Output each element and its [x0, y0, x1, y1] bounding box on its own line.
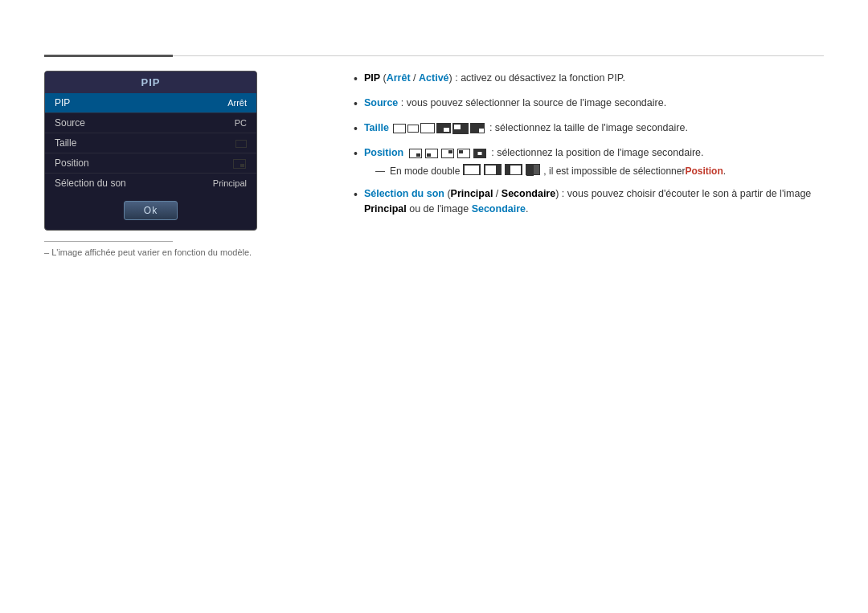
pip-row-selection[interactable]: Sélection du son Principal	[45, 174, 256, 193]
pip-value-pip: Arrêt	[227, 98, 247, 108]
right-panel: PIP (Arrêt / Activé) : activez ou désact…	[354, 71, 824, 224]
kw-arret: Arrêt	[387, 72, 411, 84]
pip-slash: /	[411, 72, 419, 84]
ok-btn-container: Ok	[45, 193, 256, 230]
pip-value-selection: Principal	[213, 178, 247, 188]
dbl4	[526, 164, 540, 175]
bullet-taille-content: Taille : sélectionnez la taille de l'ima…	[364, 121, 824, 136]
bullet-position-content: Position : sélectionnez la position de l…	[364, 145, 824, 178]
pip-row-pip[interactable]: PIP Arrêt	[45, 93, 256, 113]
top-rule	[44, 55, 824, 57]
position-sub-note: En mode double , il est impossible de sé…	[375, 164, 824, 178]
kw-position: Position	[364, 147, 403, 158]
bullet-source: Source : vous pouvez sélectionner la sou…	[354, 96, 824, 112]
kw-secondaire: Secondaire	[502, 188, 555, 199]
taille-icons	[393, 123, 485, 134]
sz6	[470, 123, 485, 133]
bullet-source-content: Source : vous pouvez sélectionner la sou…	[364, 96, 824, 111]
taille-icon	[235, 140, 247, 148]
dialog-separator	[44, 241, 173, 242]
pip-value-source: PC	[235, 118, 247, 128]
kw-pip: PIP	[364, 72, 380, 84]
pip-label-pip: PIP	[55, 97, 70, 108]
position-icons	[408, 149, 487, 158]
sel-text2: ) : vous pouvez choisir d'écouter le son…	[555, 188, 811, 199]
sel-text3: ou de l'image	[407, 203, 472, 215]
dialog-title: PIP	[45, 72, 256, 93]
bullet-selection-content: Sélection du son (Principal / Secondaire…	[364, 186, 824, 217]
kw-active: Activé	[419, 72, 449, 84]
dbl2	[484, 164, 502, 175]
dbl1	[463, 164, 481, 175]
bullet-pip-content: PIP (Arrêt / Activé) : activez ou désact…	[364, 71, 824, 86]
pi1	[409, 149, 422, 158]
sel-slash: /	[493, 188, 501, 199]
kw-principal2: Principal	[364, 203, 407, 215]
sub-mid: , il est impossible de sélectionner	[543, 164, 685, 178]
bullet-pip: PIP (Arrêt / Activé) : activez ou désact…	[354, 71, 824, 88]
taille-text: : sélectionnez la taille de l'image seco…	[489, 122, 688, 133]
pip-menu: PIP Arrêt Source PC Taille Position Séle…	[45, 93, 256, 193]
kw-position-red: Position	[685, 164, 723, 178]
sel-period: .	[526, 203, 528, 215]
pip-label-selection: Sélection du son	[55, 178, 126, 189]
double-icons	[462, 164, 541, 175]
pi5	[473, 149, 486, 158]
position-icon	[233, 159, 246, 169]
pip-row-taille[interactable]: Taille	[45, 133, 256, 153]
pip-label-source: Source	[55, 117, 85, 129]
pip-dialog: PIP PIP Arrêt Source PC Taille Position	[44, 71, 257, 231]
kw-taille: Taille	[364, 122, 389, 133]
sub-prefix: En mode double	[390, 164, 460, 178]
bullet-list: PIP (Arrêt / Activé) : activez ou désact…	[354, 71, 824, 216]
kw-source: Source	[364, 97, 398, 108]
bullet-position: Position : sélectionnez la position de l…	[354, 145, 824, 178]
pip-label-position: Position	[55, 157, 89, 169]
bullet-selection: Sélection du son (Principal / Secondaire…	[354, 186, 824, 217]
sub-period: .	[723, 164, 726, 178]
pip-label-taille: Taille	[55, 137, 76, 149]
pi2	[425, 149, 438, 158]
kw-secondaire2: Secondaire	[472, 203, 526, 215]
sz5	[452, 123, 469, 134]
dbl3	[505, 164, 522, 175]
pip-value-position	[232, 157, 247, 168]
ok-button[interactable]: Ok	[124, 201, 178, 220]
position-text: : sélectionnez la position de l'image se…	[491, 147, 703, 158]
sz3	[420, 123, 435, 133]
pip-text2: ) : activez ou désactivez la fonction PI…	[449, 72, 625, 84]
pi4	[457, 149, 470, 158]
kw-principal1: Principal	[451, 188, 493, 199]
pi3	[441, 149, 454, 158]
footer-note: – L'image affichée peut varier en foncti…	[44, 247, 252, 257]
sz4	[436, 123, 451, 133]
sz1	[393, 124, 406, 133]
source-text: : vous pouvez sélectionner la source de …	[398, 97, 666, 108]
kw-selection: Sélection du son	[364, 188, 444, 199]
pip-row-source[interactable]: Source PC	[45, 113, 256, 133]
thick-rule	[44, 55, 173, 57]
pip-row-position[interactable]: Position	[45, 153, 256, 174]
sz2	[407, 125, 419, 133]
thin-rule	[173, 55, 824, 56]
bullet-taille: Taille : sélectionnez la taille de l'ima…	[354, 121, 824, 137]
pip-value-taille	[235, 138, 247, 148]
